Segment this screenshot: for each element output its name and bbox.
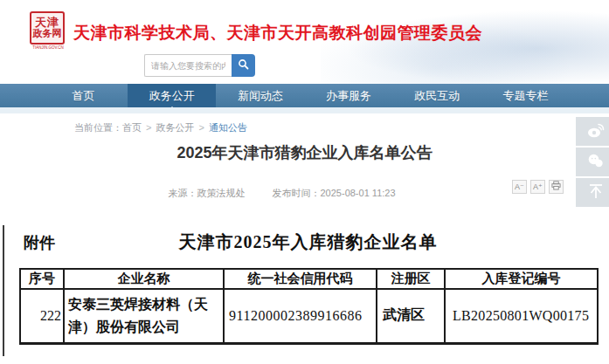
search-input[interactable] (144, 54, 232, 77)
wechat-icon (586, 151, 606, 174)
article-tools: A⁻ A⁺ (512, 180, 564, 194)
share-weibo-button[interactable] (576, 117, 609, 146)
font-smaller-button[interactable]: A⁻ (512, 180, 527, 194)
article-title: 2025年天津市猎豹企业入库名单公告 (0, 142, 609, 163)
seal-text-line2: 政务网 (31, 29, 63, 39)
cell-district: 武清区 (377, 289, 445, 343)
col-header-reg-number: 入库登记编号 (445, 269, 598, 289)
search-bar (144, 54, 255, 77)
site-header: 天津 政务网 TIANJIN.GOV.CN 天津市科学技术局、天津市天开高教科创… (0, 0, 609, 84)
breadcrumb-prefix: 当前位置： (74, 122, 122, 133)
seal-stamp: 天津 政务网 (30, 11, 65, 45)
search-button[interactable] (232, 54, 255, 77)
table-header-row: 序号 企业名称 统一社会信用代码 注册区 入库登记编号 (20, 269, 598, 289)
col-header-district: 注册区 (377, 269, 445, 289)
article-source: 来源：政策法规处 (168, 188, 245, 198)
site-title: 天津市科学技术局、天津市天开高教科创园管理委员会 (73, 22, 482, 45)
nav-item-services[interactable]: 办事服务 (305, 84, 393, 107)
enterprise-table: 序号 企业名称 统一社会信用代码 注册区 入库登记编号 222 安泰三英焊接材料… (19, 268, 599, 345)
seal-caption: TIANJIN.GOV.CN (31, 45, 65, 49)
breadcrumb-separator: > (146, 122, 151, 133)
breadcrumb-item-gov-affairs[interactable]: 政务公开 (156, 122, 194, 133)
search-icon (238, 58, 250, 73)
article-meta: 来源：政策法规处 发布时间：2025-08-01 11:23 (0, 187, 564, 200)
breadcrumb-item-home[interactable]: 首页 (122, 122, 142, 133)
breadcrumb-separator: > (198, 122, 204, 133)
cell-serial: 222 (20, 289, 64, 343)
document-page-edge (3, 225, 4, 356)
nav-bottom-strip (0, 107, 609, 113)
nav-item-home[interactable]: 首页 (39, 84, 128, 107)
col-header-company: 企业名称 (64, 269, 224, 289)
print-icon (551, 181, 561, 194)
floating-side-toolbar (576, 117, 609, 207)
cell-company: 安泰三英焊接材料（天津）股份有限公司 (64, 289, 224, 343)
gov-seal-logo: 天津 政务网 TIANJIN.GOV.CN (30, 11, 66, 53)
cell-reg-number: LB20250801WQ00175 (445, 289, 598, 343)
nav-item-interaction[interactable]: 政民互动 (393, 84, 481, 107)
font-larger-button[interactable]: A⁺ (530, 180, 545, 194)
attachment-doc-title: 天津市2025年入库猎豹企业名单 (19, 230, 597, 254)
weibo-icon (586, 120, 606, 143)
breadcrumb: 当前位置：首页>政务公开>通知公告 (74, 121, 247, 134)
nav-item-gov-affairs[interactable]: 政务公开 (128, 84, 216, 107)
main-nav: 首页 政务公开 新闻动态 办事服务 政民互动 专题专栏 (0, 84, 609, 107)
nav-item-special-topics[interactable]: 专题专栏 (481, 84, 570, 107)
print-button[interactable] (549, 180, 564, 194)
cell-credit-code: 911200002389916686 (224, 289, 377, 343)
col-header-serial: 序号 (20, 269, 64, 289)
back-to-top-icon (586, 182, 606, 204)
article-publish-time: 发布时间：2025-08-01 11:23 (273, 188, 396, 198)
header-watermark (321, 5, 609, 84)
breadcrumb-item-notices[interactable]: 通知公告 (209, 122, 247, 133)
share-wechat-button[interactable] (576, 148, 609, 176)
col-header-credit-code: 统一社会信用代码 (224, 269, 377, 289)
nav-item-news[interactable]: 新闻动态 (216, 84, 304, 107)
table-row: 222 安泰三英焊接材料（天津）股份有限公司 91120000238991668… (20, 289, 598, 343)
back-to-top-button[interactable] (576, 178, 609, 207)
seal-text-line1: 天津 (31, 17, 63, 29)
